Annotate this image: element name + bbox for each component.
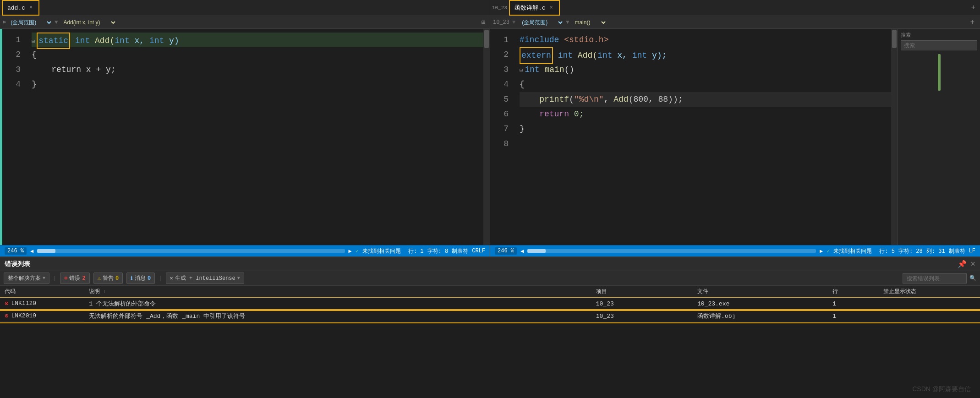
right-tab-jssxjie-c[interactable]: 函数详解.c ×: [509, 0, 560, 16]
fn-printf: printf: [539, 92, 569, 107]
right-scope-bar: 10_23 ▼ (全局范围) ▼ main() +: [490, 16, 980, 29]
left-scroll-right[interactable]: ▶: [349, 248, 352, 255]
right-zoom[interactable]: 246 %: [495, 247, 517, 255]
panel-close-icon[interactable]: ×: [970, 260, 975, 269]
err-0-file: 10_23.exe: [693, 298, 828, 310]
err-1-code-text: LNK2019: [11, 312, 36, 319]
left-zoom[interactable]: 246 %: [5, 247, 27, 255]
kw-int-1: int: [75, 33, 90, 48]
collapse-marker-1[interactable]: ⊟: [32, 37, 35, 47]
return-stmt: [520, 107, 539, 121]
col-line[interactable]: 行: [828, 286, 879, 298]
kw-static: static: [37, 33, 70, 49]
right-add-tab-btn[interactable]: +: [968, 4, 978, 12]
left-scope-sep: ▼: [55, 19, 58, 26]
left-code-area: 1 2 3 4 ⊟ static int Add( int x,: [0, 29, 490, 245]
left-tab-label: add.c: [7, 5, 25, 11]
col-suppress[interactable]: 禁止显示状态: [879, 286, 980, 298]
panel-title-bar: 错误列表 📌 ×: [0, 257, 980, 271]
right-scope-function-select[interactable]: main(): [571, 17, 607, 27]
col-description[interactable]: 说明 ↑: [84, 286, 591, 298]
error-icon: ⊗: [64, 275, 67, 282]
right-scroll-right[interactable]: ▶: [820, 248, 823, 255]
right-tab-label: 函数详解.c: [515, 4, 546, 12]
right-code-content[interactable]: #include <stdio.h> extern int Add( int x…: [513, 29, 891, 245]
error-row-0[interactable]: ⊗ LNK1120 1 个无法解析的外部命令 10_23 10_23.exe 1: [0, 298, 980, 310]
right-scrollbar[interactable]: [891, 29, 898, 245]
col-code[interactable]: 代码: [0, 286, 84, 298]
kw-include: #include: [520, 33, 559, 47]
build-btn[interactable]: ✕ 生成 + IntelliSense ▼: [166, 273, 244, 284]
right-line-numbers: 1 2 3 4 5 6 7 8: [490, 29, 513, 245]
left-code-line-1: ⊟ static int Add( int x, int y): [32, 33, 483, 47]
err-1-suppress: [879, 310, 980, 322]
right-status-col: 列: 31: [926, 247, 945, 255]
collapse-r3[interactable]: ⊟: [520, 66, 523, 76]
brace-r7: }: [520, 121, 525, 136]
col-file[interactable]: 文件: [693, 286, 828, 298]
left-code-line-2: {: [32, 47, 483, 62]
right-status-format: 制表符: [949, 247, 965, 255]
left-scope-function-select[interactable]: Add(int x, int y): [60, 17, 117, 27]
error-search-icon[interactable]: 🔍: [969, 275, 976, 282]
error-panel: 错误列表 📌 × 整个解决方案 ▼ | ⊗ 错误 2 ⚠ 警告 0: [0, 256, 980, 378]
sp1: [70, 33, 75, 48]
right-ok-icon: ✓: [827, 248, 830, 255]
err-0-suppress: [879, 298, 980, 310]
param-r2x: x,: [612, 48, 632, 63]
panel-pin-icon[interactable]: 📌: [958, 260, 967, 269]
left-code-content[interactable]: ⊟ static int Add( int x, int y) {: [25, 29, 483, 245]
error-label: 错误: [69, 274, 80, 282]
filter-info-btn[interactable]: ℹ 消息 0: [126, 273, 155, 284]
printf-comma: ,: [604, 92, 614, 107]
err-0-description: 1 个无法解析的外部命令: [84, 298, 591, 310]
left-tab-close[interactable]: ×: [28, 4, 34, 11]
filter-warn-btn[interactable]: ⚠ 警告 0: [93, 273, 123, 284]
kw-int-r2: int: [558, 48, 573, 63]
panel-title-text: 错误列表: [5, 260, 30, 268]
param-y: y): [164, 33, 179, 48]
right-pane-add-btn[interactable]: +: [967, 18, 977, 27]
right-status-position: 行: 5: [879, 247, 895, 255]
col-project[interactable]: 项目: [591, 286, 693, 298]
right-scope-global-select[interactable]: (全局范围): [518, 17, 564, 27]
right-tab-close[interactable]: ×: [548, 4, 554, 11]
left-scope-bar: ⊳ (全局范围) ▼ Add(int x, int y) ⊞: [0, 16, 490, 29]
kw-int-3: int: [149, 33, 164, 48]
toolbar-sep2: |: [159, 275, 162, 282]
right-tab-bar: 10_23 函数详解.c × +: [490, 0, 980, 16]
warn-label: 警告: [103, 274, 114, 282]
left-tab-bar: add.c ×: [0, 0, 490, 16]
error-row-1[interactable]: ⊗ LNK2019 无法解析的外部符号 _Add，函数 _main 中引用了该符…: [0, 310, 980, 322]
toolbar-sep1: |: [53, 275, 56, 282]
right-code-with-search: 1 2 3 4 5 6 7 8 #include <s: [490, 29, 980, 245]
err-0-code: ⊗ LNK1120: [0, 298, 84, 310]
brace-r4: {: [520, 77, 525, 92]
kw-int-r3: int: [525, 62, 539, 77]
left-tab-add-c[interactable]: add.c ×: [2, 0, 39, 16]
kw-int-r2b: int: [597, 48, 612, 63]
warn-count: 0: [115, 275, 119, 282]
right-code-line-1: #include <stdio.h>: [520, 33, 891, 47]
printf-args-open: (: [569, 92, 574, 107]
info-label: 消息: [135, 274, 146, 282]
left-ok-icon: ✓: [356, 248, 359, 255]
filter-error-btn[interactable]: ⊗ 错误 2: [60, 273, 89, 284]
filter-solution-btn[interactable]: 整个解决方案 ▼: [4, 273, 49, 284]
left-status-encoding: CRLF: [472, 248, 485, 254]
right-search-input[interactable]: [901, 40, 977, 50]
left-pane-split-btn[interactable]: ⊞: [480, 18, 487, 26]
left-status-position: 行: 1: [408, 247, 424, 255]
main-paren: (): [564, 62, 575, 77]
error-count: 2: [82, 275, 85, 282]
kw-return: return: [539, 107, 569, 121]
left-scrollbar[interactable]: [483, 29, 490, 245]
left-scroll-left[interactable]: ◀: [30, 248, 33, 255]
right-editor-pane: 10_23 函数详解.c × + 10_23 ▼ (全局范围) ▼ main(): [490, 0, 980, 256]
left-status-chars: 字符: 8: [427, 247, 449, 255]
error-search-input[interactable]: [903, 273, 967, 284]
watermark: CSDN @阿森要自信: [912, 385, 971, 393]
left-scope-global-select[interactable]: (全局范围): [7, 17, 53, 27]
info-count: 0: [148, 275, 151, 282]
right-scroll-left[interactable]: ◀: [520, 248, 524, 255]
